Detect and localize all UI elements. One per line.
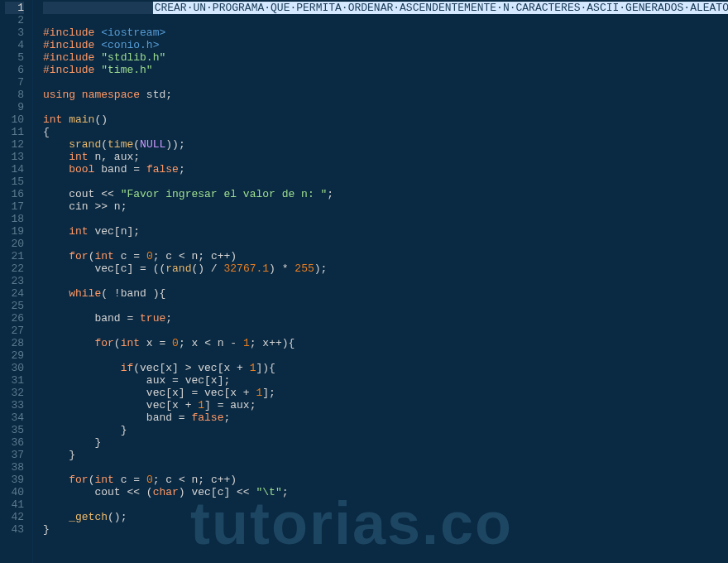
line-number-16[interactable]: 16 <box>5 188 24 200</box>
code-line-15[interactable] <box>43 176 728 188</box>
code-line-39[interactable]: for(int c = 0; c < n; c++) <box>43 474 728 486</box>
code-line-30[interactable]: if(vec[x] > vec[x + 1]){ <box>43 362 728 374</box>
line-number-7[interactable]: 7 <box>5 76 24 89</box>
code-line-5[interactable]: #include "stdlib.h" <box>43 51 728 64</box>
line-number-30[interactable]: 30 <box>5 362 24 374</box>
line-number-39[interactable]: 39 <box>5 474 24 486</box>
line-number-4[interactable]: 4 <box>5 39 24 51</box>
code-line-38[interactable] <box>43 461 728 474</box>
code-area[interactable]: CREAR·UN·PROGRAMA·QUE·PERMITA·ORDENAR·AS… <box>33 0 728 563</box>
code-line-11[interactable]: { <box>43 126 728 138</box>
code-line-13[interactable]: int n, aux; <box>43 151 728 163</box>
line-number-22[interactable]: 22 <box>5 262 24 275</box>
code-line-23[interactable] <box>43 275 728 287</box>
line-number-29[interactable]: 29 <box>5 349 24 362</box>
code-line-25[interactable] <box>43 300 728 312</box>
line-number-26[interactable]: 26 <box>5 312 24 325</box>
banner-text: CREAR·UN·PROGRAMA·QUE·PERMITA·ORDENAR·AS… <box>153 2 728 14</box>
line-number-2[interactable]: 2 <box>5 14 24 26</box>
line-number-10[interactable]: 10 <box>5 113 24 126</box>
line-number-17[interactable]: 17 <box>5 200 24 213</box>
code-line-26[interactable]: band = true; <box>43 312 728 325</box>
line-number-36[interactable]: 36 <box>5 436 24 449</box>
line-number-20[interactable]: 20 <box>5 238 24 250</box>
line-number-40[interactable]: 40 <box>5 486 24 498</box>
line-number-19[interactable]: 19 <box>5 225 24 238</box>
code-line-16[interactable]: cout << "Favor ingresar el valor de n: "… <box>43 188 728 200</box>
code-editor: 1234567891011121314151617181920212223242… <box>0 0 728 563</box>
line-number-13[interactable]: 13 <box>5 151 24 163</box>
code-line-12[interactable]: srand(time(NULL)); <box>43 138 728 151</box>
code-line-1[interactable]: CREAR·UN·PROGRAMA·QUE·PERMITA·ORDENAR·AS… <box>43 2 728 14</box>
line-number-18[interactable]: 18 <box>5 213 24 225</box>
line-number-25[interactable]: 25 <box>5 300 24 312</box>
code-line-36[interactable]: } <box>43 436 728 449</box>
line-number-5[interactable]: 5 <box>5 51 24 64</box>
line-number-27[interactable]: 27 <box>5 325 24 337</box>
code-line-37[interactable]: } <box>43 449 728 461</box>
line-number-14[interactable]: 14 <box>5 163 24 176</box>
line-number-32[interactable]: 32 <box>5 387 24 399</box>
line-number-34[interactable]: 34 <box>5 411 24 424</box>
code-line-40[interactable]: cout << (char) vec[c] << "\t"; <box>43 486 728 498</box>
code-line-19[interactable]: int vec[n]; <box>43 225 728 238</box>
line-number-33[interactable]: 33 <box>5 399 24 411</box>
code-line-31[interactable]: aux = vec[x]; <box>43 374 728 387</box>
line-number-35[interactable]: 35 <box>5 424 24 436</box>
code-line-20[interactable] <box>43 238 728 250</box>
line-number-37[interactable]: 37 <box>5 449 24 461</box>
line-number-15[interactable]: 15 <box>5 176 24 188</box>
line-number-23[interactable]: 23 <box>5 275 24 287</box>
code-line-42[interactable]: _getch(); <box>43 511 728 523</box>
line-number-31[interactable]: 31 <box>5 374 24 387</box>
code-line-6[interactable]: #include "time.h" <box>43 64 728 76</box>
line-number-21[interactable]: 21 <box>5 250 24 262</box>
code-line-7[interactable] <box>43 76 728 89</box>
code-line-4[interactable]: #include <conio.h> <box>43 39 728 51</box>
code-line-33[interactable]: vec[x + 1] = aux; <box>43 399 728 411</box>
code-line-34[interactable]: band = false; <box>43 411 728 424</box>
code-line-2[interactable] <box>43 14 728 26</box>
line-number-3[interactable]: 3 <box>5 26 24 39</box>
code-line-32[interactable]: vec[x] = vec[x + 1]; <box>43 387 728 399</box>
line-number-24[interactable]: 24 <box>5 287 24 300</box>
line-number-28[interactable]: 28 <box>5 337 24 349</box>
line-gutter: 1234567891011121314151617181920212223242… <box>0 0 33 563</box>
code-line-43[interactable]: } <box>43 523 728 536</box>
code-line-41[interactable] <box>43 498 728 511</box>
code-line-3[interactable]: #include <iostream> <box>43 26 728 39</box>
code-line-24[interactable]: while( !band ){ <box>43 287 728 300</box>
code-line-14[interactable]: bool band = false; <box>43 163 728 176</box>
line-number-38[interactable]: 38 <box>5 461 24 474</box>
code-line-29[interactable] <box>43 349 728 362</box>
code-line-8[interactable]: using namespace std; <box>43 89 728 101</box>
line-number-8[interactable]: 8 <box>5 89 24 101</box>
line-number-9[interactable]: 9 <box>5 101 24 113</box>
line-number-1[interactable]: 1 <box>5 2 24 14</box>
code-line-35[interactable]: } <box>43 424 728 436</box>
code-line-10[interactable]: int main() <box>43 113 728 126</box>
code-line-17[interactable]: cin >> n; <box>43 200 728 213</box>
line-number-41[interactable]: 41 <box>5 498 24 511</box>
line-number-12[interactable]: 12 <box>5 138 24 151</box>
code-line-21[interactable]: for(int c = 0; c < n; c++) <box>43 250 728 262</box>
code-line-27[interactable] <box>43 325 728 337</box>
code-line-22[interactable]: vec[c] = ((rand() / 32767.1) * 255); <box>43 262 728 275</box>
code-line-28[interactable]: for(int x = 0; x < n - 1; x++){ <box>43 337 728 349</box>
line-number-43[interactable]: 43 <box>5 523 24 536</box>
line-number-11[interactable]: 11 <box>5 126 24 138</box>
line-number-42[interactable]: 42 <box>5 511 24 523</box>
line-number-6[interactable]: 6 <box>5 64 24 76</box>
code-line-9[interactable] <box>43 101 728 113</box>
code-line-18[interactable] <box>43 213 728 225</box>
